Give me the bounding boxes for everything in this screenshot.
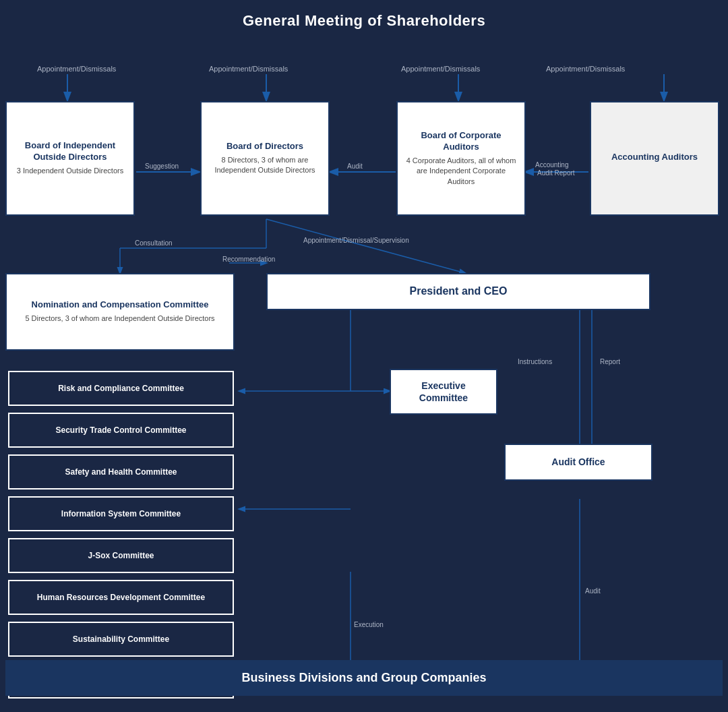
nomination-sub: 5 Directors, 3 of whom are Independent O… [25,314,214,324]
svg-text:Recommendation: Recommendation [222,256,275,263]
svg-text:Accounting: Accounting [535,161,568,169]
svg-text:Appointment/Dismissals: Appointment/Dismissals [546,65,626,73]
committee-safety: Safety and Health Committee [8,454,234,489]
svg-text:Instructions: Instructions [518,358,552,365]
committee-risk: Risk and Compliance Committee [8,371,234,406]
header-bar: General Meeting of Shareholders [0,0,728,40]
svg-text:Appointment/Dismissal/Supervis: Appointment/Dismissal/Supervision [303,237,409,244]
president-box: President and CEO [266,273,650,310]
accounting-auditors-box: Accounting Auditors [590,101,719,216]
executive-box: Executive Committee [390,369,497,415]
committee-jsox: J-Sox Committee [8,538,234,573]
committee-security-trade: Security Trade Control Committee [8,413,234,448]
business-divisions-bar: Business Divisions and Group Companies [5,660,723,696]
board-corporate-sub: 4 Corporate Auditors, all of whom are In… [404,156,518,187]
board-independent-box: Board of Independent Outside Directors 3… [5,101,135,216]
board-independent-sub: 3 Independent Outside Directors [17,166,123,176]
svg-text:Appointment/Dismissals: Appointment/Dismissals [401,65,481,73]
board-directors-sub: 8 Directors, 3 of whom are Independent O… [208,155,322,176]
svg-text:Audit Report: Audit Report [537,169,575,177]
svg-text:Suggestion: Suggestion [145,162,179,170]
committee-info: Information System Committee [8,496,234,531]
diagram-area: Appointment/Dismissals Appointment/Dismi… [0,40,728,701]
board-directors-title: Board of Directors [226,141,303,152]
svg-text:Appointment/Dismissals: Appointment/Dismissals [37,65,117,73]
svg-line-21 [266,219,465,273]
board-independent-title: Board of Independent Outside Directors [13,140,127,163]
business-divisions-title: Business Divisions and Group Companies [241,671,486,684]
nomination-box: Nomination and Compensation Committee 5 … [5,273,235,351]
svg-text:Execution: Execution [354,621,384,628]
president-title: President and CEO [410,285,508,299]
svg-text:Appointment/Dismissals: Appointment/Dismissals [209,65,289,73]
nomination-title: Nomination and Compensation Committee [32,299,209,311]
svg-text:Audit: Audit [347,162,363,170]
executive-title: Executive Committee [398,380,489,404]
board-directors-box: Board of Directors 8 Directors, 3 of who… [200,101,330,216]
board-corporate-box: Board of Corporate Auditors 4 Corporate … [396,101,526,216]
page-wrapper: General Meeting of Shareholders Appointm… [0,0,728,701]
svg-text:Consultation: Consultation [135,239,173,247]
accounting-auditors-title: Accounting Auditors [611,152,698,163]
svg-text:Report: Report [600,358,620,365]
board-corporate-title: Board of Corporate Auditors [404,130,518,153]
committee-sustainability: Sustainability Committee [8,622,234,657]
committee-hr: Human Resources Development Committee [8,580,234,615]
page-title: General Meeting of Shareholders [243,12,485,29]
audit-office-box: Audit Office [504,444,653,481]
audit-office-title: Audit Office [551,456,605,468]
svg-text:Audit: Audit [585,587,601,595]
